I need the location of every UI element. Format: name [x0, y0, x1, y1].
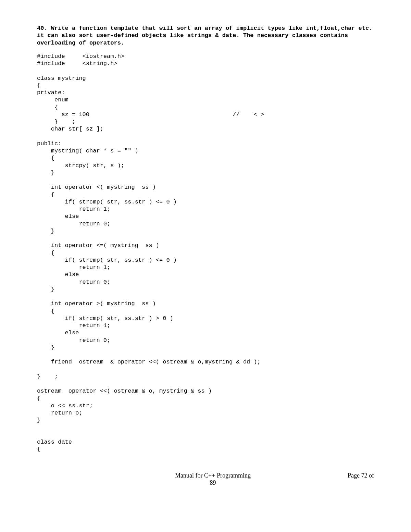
document-page: 40. Write a function template that will … [0, 0, 411, 500]
question-heading: 40. Write a function template that will … [37, 25, 374, 47]
page-footer: Manual for C++ Programming 89 Page 72 of [37, 472, 374, 486]
code-block: #include <iostream.h> #include <string.h… [37, 53, 374, 453]
footer-title: Manual for C++ Programming [78, 472, 348, 479]
footer-page-number: Page 72 of [348, 472, 374, 486]
footer-page-total: 89 [78, 479, 348, 486]
